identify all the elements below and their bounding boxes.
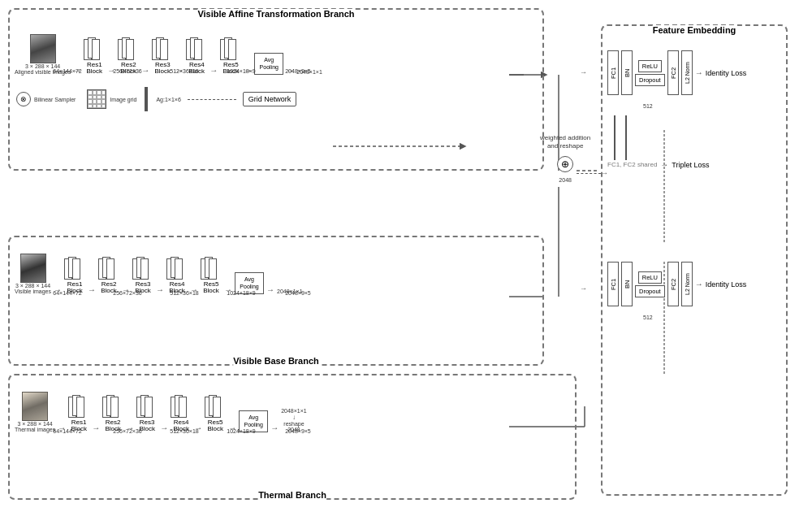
triplet-loss-label: Triplet Loss [672,161,709,169]
top-fc1: FC1 [607,50,619,95]
thermal-res3: Res3Block [136,395,158,432]
visible-res5: Res5Block [201,257,222,294]
bot-input-arrow: → [580,284,587,293]
top-input-arrow: → [580,68,587,76]
diagram-container: Visible Affine Transformation Branch 3 ×… [8,8,804,504]
bot-dropout-box: Dropout [635,285,665,297]
bot-fc2: FC2 [667,262,679,306]
visible-res2: Res2Block [98,257,119,294]
bot-l2norm: L2 Norm [681,262,693,306]
bilinear-label: Bilinear Sampler [34,97,76,102]
feature-embedding-title: Feature Embedding [653,25,736,35]
visible-res3: Res3Block [132,257,153,294]
top-bn: BN [621,50,633,95]
visible-input-image [20,254,46,283]
top-dropout-box: Dropout [635,74,665,86]
affine-branch-label: Visible Affine Transformation Branch [197,9,354,19]
bot-512-label: 512 [643,315,653,320]
thermal-res4: Res4Block [171,395,192,432]
main-connector: → [577,169,608,177]
bot-identity-loss: Identity Loss [706,280,747,289]
image-grid-label: Image grid [110,97,136,102]
top-512-label: 512 [643,103,653,109]
top-relu-dropout: ReLU Dropout [635,60,665,86]
fc-shared-label: FC1, FC2 shared [607,161,657,168]
thermal-res1: Res1Block [68,395,89,432]
image-grid [87,89,106,109]
top-fc2: FC2 [667,50,679,95]
thermal-res2: Res2Block [102,395,123,432]
affine-input-image [30,34,56,63]
bilinear-sampler-symbol: ⊗ [16,92,31,106]
top-relu-box: ReLU [638,60,662,72]
top-identity-loss: Identity Loss [706,69,747,77]
plus-symbol: ⊕ [557,156,573,172]
thermal-res5: Res5Block [205,395,226,432]
thermal-branch: Thermal Branch 3 × 288 × 144 Thermal ima… [8,374,577,500]
visible-input-dim: 3 × 288 × 144 [15,283,50,289]
val-2048-affine: 2048 [559,177,572,183]
shared-line-right [625,115,627,160]
visible-res4: Res4Block [166,257,188,294]
bot-fc1: FC1 [607,262,619,306]
bot-relu-box: ReLU [638,271,662,284]
shared-line-left [614,115,615,160]
visible-input: 3 × 288 × 144 Visible images [15,254,51,294]
affine-branch: Visible Affine Transformation Branch 3 ×… [8,8,544,171]
thermal-input: 3 × 288 × 144 Thermal images [15,392,55,432]
vertical-bar [145,87,148,111]
visible-res1: Res1Block [64,257,85,294]
weighted-text: weighted additionand reshape [540,134,590,151]
thermal-branch-label: Thermal Branch [258,490,326,500]
visible-base-label: Visible Base Branch [233,356,319,366]
feature-embedding-box: Feature Embedding FC1 BN ReLU Dropout FC… [601,24,788,496]
ag-label: Ag:1×1×6 [156,97,180,102]
visible-base-branch: Visible Base Branch 3 × 288 × 144 Visibl… [8,236,544,366]
thermal-input-image [22,392,48,421]
bot-relu-dropout: ReLU Dropout [635,271,665,297]
thermal-input-dim: 3 × 288 × 144 [17,421,52,427]
bot-bn: BN [621,262,633,306]
grid-network-box: Grid Network [243,92,297,106]
top-l2norm: L2 Norm [681,50,693,95]
thermal-reshape-label: reshape [283,421,304,427]
